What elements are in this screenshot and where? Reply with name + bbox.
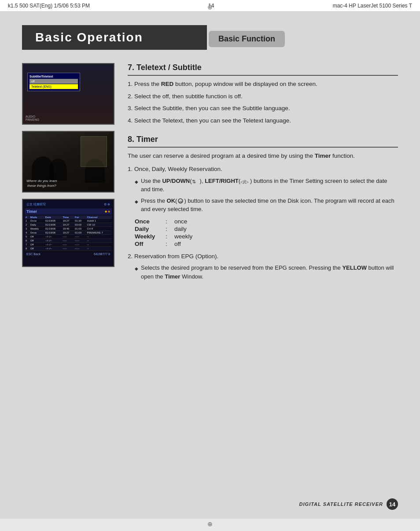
svg-text:ok: ok xyxy=(179,200,183,203)
bullet-diamond-2: ◆ xyxy=(135,198,138,214)
teletext-screenshot: Subtitle/Teletext off Teletext (ENG) AUD… xyxy=(22,63,114,125)
top-bar-left: k1.5 500 SAT(Eng) 1/5/06 5:53 PM xyxy=(8,3,90,9)
term-weekly-colon: : xyxy=(166,233,174,240)
timer-cell-4-4: 19:27 xyxy=(62,231,74,235)
timer-cell-1-1: 1 xyxy=(25,219,29,223)
family-caption: Where do you learnthese things from? xyxy=(25,177,59,190)
timer-cell-5-2: Off xyxy=(29,235,44,239)
timer-cell-2-4: 19:27 xyxy=(62,223,74,227)
timer-cell-6-3: --/--/-- xyxy=(44,239,62,243)
timer-cell-7-1: 7 xyxy=(25,243,29,247)
page-content: Basic Operation Basic Function Subtitle/… xyxy=(0,12,420,519)
timer-cell-6-4: --:-- xyxy=(62,239,74,243)
timer-cell-8-1: 8 xyxy=(25,247,29,251)
col-num: # xyxy=(25,215,29,219)
svg-text:◁/▷: ◁/▷ xyxy=(240,179,249,184)
timer-icons-right: ⚙ ⊕ xyxy=(104,203,110,206)
timer-cell-4-2: Once xyxy=(29,231,44,235)
page-number: 14 xyxy=(387,498,398,510)
timer-row-8: 8Off--/--/----:----:---- xyxy=(25,247,112,251)
timer-row-1: 1Once01/19/0619:2701:30Hubbl 1 xyxy=(25,219,112,223)
section8-reservation1: 1. Once, Daily, Weekly Reservation. xyxy=(128,164,398,174)
col-channel: Channel xyxy=(86,215,112,219)
svg-text:⇅: ⇅ xyxy=(192,179,196,184)
timer-row-5: 5Off--/--/----:----:---- xyxy=(25,235,112,239)
footer-label: DIGITAL SATELLITE RECEIVER xyxy=(299,501,383,507)
timer-bottom-bar: ESC Back 64198777 8 xyxy=(25,252,112,256)
subsection-header: Basic Function xyxy=(209,31,285,47)
page-title: Basic Operation xyxy=(35,30,194,45)
col-mode: Mode xyxy=(29,215,44,219)
timer-cell-7-4: --:-- xyxy=(62,243,74,247)
section8-title: 8. Timer xyxy=(128,135,398,148)
timer-cell-3-6: CH 8 xyxy=(86,227,112,231)
timer-cell-8-4: --:-- xyxy=(62,247,74,251)
subsection-title: Basic Function xyxy=(218,34,275,44)
timer-cell-3-4: 19:40 xyxy=(62,227,74,231)
timer-cell-3-1: 3 xyxy=(25,227,29,231)
timer-cell-8-3: --/--/-- xyxy=(44,247,62,251)
teletext-label: Subtitle/Teletext xyxy=(29,75,78,78)
term-off-word: Off xyxy=(135,241,166,247)
section8-intro: The user can reserve a desired program a… xyxy=(128,151,398,161)
timer-row-2: 2Daily01/19/0619:2703:00CW 10 xyxy=(25,223,112,227)
col-time: Time xyxy=(62,215,74,219)
section-title-banner: Basic Operation xyxy=(22,25,207,50)
timer-row-7: 7Off--/--/----:----:---- xyxy=(25,243,112,247)
menu-off: off xyxy=(29,79,78,84)
timer-cell-6-1: 6 xyxy=(25,239,29,243)
two-column-layout: Subtitle/Teletext off Teletext (ENG) AUD… xyxy=(22,63,398,283)
bullet2-text: Press the OK(ok) button to save the sele… xyxy=(141,197,398,214)
timer-icons-left: 公文 结束听写 xyxy=(26,202,46,207)
timer-cell-2-2: Daily xyxy=(29,223,44,227)
section8-bullet3: ◆ Selects the desired program to be rese… xyxy=(135,264,398,281)
term-daily-word: Daily xyxy=(135,226,166,232)
reg-mark-bottom: ⊕ xyxy=(206,520,214,527)
timer-content: 公文 结束听写 ⚙ ⊕ Timer ◆ ◈ # Mode Da xyxy=(23,200,114,266)
timer-cell-4-5: 01:00 xyxy=(74,231,86,235)
timer-title-row: Timer ◆ ◈ xyxy=(25,208,112,215)
col-for: For xyxy=(74,215,86,219)
timer-cell-6-5: --:-- xyxy=(74,239,86,243)
term-once-word: Once xyxy=(135,218,166,225)
term-daily-def: daily xyxy=(174,226,398,232)
timer-cell-8-5: --:-- xyxy=(74,247,86,251)
top-bar-right: mac-4 HP LaserJet 5100 Series T xyxy=(333,3,412,9)
left-column: Subtitle/Teletext off Teletext (ENG) AUD… xyxy=(22,63,114,267)
timer-cell-2-3: 01/19/06 xyxy=(44,223,62,227)
timer-screenshot: 公文 结束听写 ⚙ ⊕ Timer ◆ ◈ # Mode Da xyxy=(22,199,114,267)
timer-cell-7-3: --/--/-- xyxy=(44,243,62,247)
timer-title: Timer xyxy=(26,209,37,214)
timer-cell-6-2: Off xyxy=(29,239,44,243)
section7-item3: 3. Select the Subtitle, then you can see… xyxy=(128,104,398,113)
timer-cell-1-6: Hubbl 1 xyxy=(86,219,112,223)
timer-cell-4-6: PREMIERE 7 xyxy=(86,231,112,235)
timer-cell-8-2: Off xyxy=(29,247,44,251)
timer-cell-5-6: -- xyxy=(86,235,112,239)
right-column: 7. Teletext / Subtitle 1. Press the RED … xyxy=(128,63,398,283)
timer-cell-4-3: 01/19/06 xyxy=(44,231,62,235)
bullet1-text: Use the UP/DOWN(⇅), LEFT/RIGHT(◁/▷) butt… xyxy=(141,177,398,194)
timer-cell-1-5: 01:30 xyxy=(74,219,86,223)
timer-cell-8-6: -- xyxy=(86,247,112,251)
section7-item4: 4. Select the Teletext, then you can see… xyxy=(128,116,398,126)
timer-cell-1-2: Once xyxy=(29,219,44,223)
family-scene: Where do you learnthese things from? xyxy=(23,132,114,192)
timer-cell-5-3: --/--/-- xyxy=(44,235,62,239)
timer-table: # Mode Date Time For Channel 1Once01/19/… xyxy=(25,215,112,251)
timer-cell-3-2: Weekly xyxy=(29,227,44,231)
term-weekly-def: weekly xyxy=(174,233,398,240)
terms-table: Once : once Daily : daily Weekly : weekl… xyxy=(135,218,398,247)
term-once-colon: : xyxy=(166,218,174,225)
timer-cell-5-4: --:-- xyxy=(62,235,74,239)
term-off-colon: : xyxy=(166,241,174,247)
timer-cell-4-1: 4 xyxy=(25,231,29,235)
timer-cell-7-2: Off xyxy=(29,243,44,247)
col-date: Date xyxy=(44,215,62,219)
section7-item2: 2. Select the off, then subtitle functio… xyxy=(128,92,398,101)
term-once-def: once xyxy=(174,218,398,225)
term-daily-colon: : xyxy=(166,226,174,232)
timer-cell-7-6: -- xyxy=(86,243,112,247)
audio-label: AUDIOPAN/ENG xyxy=(26,115,39,121)
timer-row-6: 6Off--/--/----:----:---- xyxy=(25,239,112,243)
